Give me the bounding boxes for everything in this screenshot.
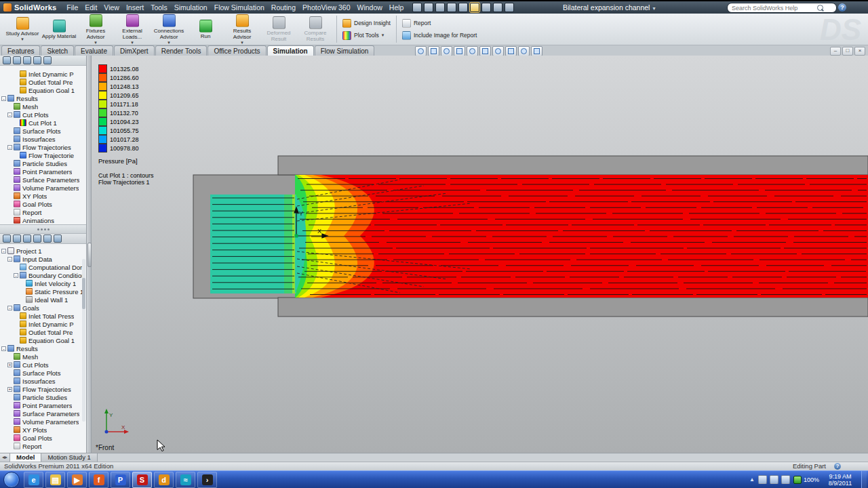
taskbar-clock[interactable]: 9:19 AM 8/9/2011 [823, 473, 858, 487]
section-view-icon[interactable] [454, 46, 465, 56]
photoview-taskbar-button[interactable]: P [111, 472, 130, 488]
file-properties-icon[interactable] [493, 3, 502, 12]
tree-expander[interactable]: + [7, 363, 12, 367]
analysis-tree-item-goals[interactable]: -Goals [0, 304, 86, 312]
zoom-fit-icon[interactable] [415, 46, 427, 56]
include-image-for-report-button[interactable]: Include Image for Report [402, 31, 477, 40]
tab-sketch[interactable]: Sketch [41, 45, 74, 56]
edit-appearance-icon[interactable] [505, 46, 517, 56]
analysis-tree-item-results[interactable]: -Results [0, 344, 86, 352]
study-tree-item-report[interactable]: Report [0, 208, 86, 216]
hide-show-items-icon[interactable] [492, 46, 504, 56]
study-tree-item-flow-trajectorie[interactable]: Flow Trajectorie [0, 151, 86, 159]
tab-evaluate[interactable]: Evaluate [75, 45, 113, 56]
windows-explorer-taskbar-button[interactable]: ▤ [45, 472, 65, 488]
results-advisor-button[interactable]: Results Advisor▾ [224, 13, 260, 46]
show-hidden-icons-icon[interactable] [758, 475, 767, 484]
menu-edit[interactable]: Edit [81, 1, 100, 14]
tree-expander[interactable]: - [1, 96, 6, 101]
show-plots-icon[interactable] [23, 56, 31, 64]
doc-tab-model[interactable]: Model [10, 453, 41, 462]
solidworks-taskbar-button[interactable]: S [132, 472, 152, 488]
external-loads-button[interactable]: External Loads...▾ [114, 13, 151, 46]
study-tree-item-equation-goal-1[interactable]: Equation Goal 1 [0, 86, 86, 94]
tree-expander[interactable]: - [1, 346, 6, 351]
select-arrow-icon[interactable] [470, 3, 479, 12]
tab-flow-simulation[interactable]: Flow Simulation [315, 45, 375, 56]
analysis-tree-item-outlet-total-pre[interactable]: Outlet Total Pre [0, 328, 86, 336]
analysis-tree-item-xy-plots[interactable]: XY Plots [0, 426, 86, 434]
study-tree-item-surface-plots[interactable]: Surface Plots [0, 127, 86, 135]
report-button[interactable]: Report [402, 19, 477, 28]
analysis-tree-item-project-1[interactable]: -Project 1 [0, 247, 86, 255]
run-button[interactable]: Run [187, 18, 224, 41]
analysis-tree-item-point-parameters[interactable]: Point Parameters [0, 401, 86, 409]
fixtures-advisor-button[interactable]: Fixtures Advisor▾ [77, 13, 114, 46]
analysis-tree-item-ideal-wall-1[interactable]: Ideal Wall 1 [0, 296, 86, 304]
study-tree-item-mesh[interactable]: Mesh [0, 102, 86, 110]
study-tree-item-cut-plot-1[interactable]: Cut Plot 1 [0, 119, 86, 127]
new-doc-icon[interactable] [412, 3, 422, 12]
display-style-icon[interactable] [479, 46, 491, 56]
doc-tab-motion-study-1[interactable]: Motion Study 1 [41, 453, 97, 462]
menu-simulation[interactable]: Simulation [171, 1, 211, 14]
analysis-tree-item-surface-parameters[interactable]: Surface Parameters [0, 409, 86, 418]
tab-render-tools[interactable]: Render Tools [155, 45, 208, 56]
menu-help[interactable]: Help [386, 1, 408, 14]
volume-icon[interactable] [781, 475, 790, 484]
analysis-tree-item-inlet-total-press[interactable]: Inlet Total Press [0, 312, 86, 320]
filter-goals-icon[interactable] [13, 56, 21, 64]
tree-scrollbar[interactable] [82, 259, 85, 422]
analysis-tree-item-inlet-dynamic-p[interactable]: Inlet Dynamic P [0, 320, 86, 328]
menu-routing[interactable]: Routing [268, 1, 299, 14]
help-search-box[interactable] [727, 3, 837, 13]
analysis-tree-item-inlet-velocity-1[interactable]: Inlet Velocity 1 [0, 279, 86, 287]
apply-scene-icon[interactable] [518, 46, 530, 56]
menu-tools[interactable]: Tools [147, 1, 171, 14]
analysis-tree-item-volume-parameters[interactable]: Volume Parameters [0, 418, 86, 426]
close-button[interactable]: × [854, 47, 865, 56]
plot-settings-icon[interactable] [33, 235, 41, 243]
undo-icon[interactable] [458, 3, 468, 12]
study-tree-item-xy-plots[interactable]: XY Plots [0, 192, 86, 200]
plot-tools-button[interactable]: Plot Tools▾ [342, 31, 391, 40]
tree-splitter[interactable] [0, 224, 86, 234]
graphics-viewport[interactable]: Y X Y X *Front 101325.08101286.60101248.… [92, 56, 868, 453]
study-tree-item-flow-trajectories[interactable]: -Flow Trajectories [0, 143, 86, 151]
analysis-tree-item-boundary-condition[interactable]: -Boundary Condition [0, 271, 86, 279]
connections-advisor-button[interactable]: Connections Advisor▾ [151, 13, 187, 46]
analysis-tree-item-isosurfaces[interactable]: Isosurfaces [0, 377, 86, 385]
analysis-tree-item-input-data[interactable]: -Input Data [0, 255, 86, 263]
tree-expander[interactable]: - [1, 249, 6, 253]
analysis-tree-item-equation-goal-1[interactable]: Equation Goal 1 [0, 336, 86, 344]
network-icon[interactable] [770, 475, 778, 484]
show-hidden-icons-button[interactable]: ▲ [749, 476, 755, 483]
study-tree-item-outlet-total-pre[interactable]: Outlet Total Pre [0, 78, 86, 86]
analysis-tree-item-flow-trajectories[interactable]: +Flow Trajectories [0, 385, 86, 393]
menu-window[interactable]: Window [354, 1, 386, 14]
tree-expander[interactable]: - [7, 113, 12, 117]
menu-file[interactable]: File [63, 1, 81, 14]
start-button[interactable] [3, 472, 20, 488]
show-desktop-button[interactable] [861, 471, 867, 488]
scrollbar-thumb[interactable] [82, 278, 85, 309]
tree-expander[interactable]: - [7, 306, 12, 310]
analysis-tree-item-cut-plots[interactable]: +Cut Plots [0, 361, 86, 369]
print-icon[interactable] [447, 3, 456, 12]
tree-expander[interactable]: - [7, 145, 12, 150]
analysis-tree-item-surface-plots[interactable]: Surface Plots [0, 369, 86, 377]
search-icon[interactable] [817, 5, 823, 11]
menu-flow-simulation[interactable]: Flow Simulation [211, 1, 268, 14]
study-advisor-button[interactable]: Study Advisor▾ [4, 16, 41, 43]
analysis-tree-item-computational-dom[interactable]: Computational Dom [0, 263, 86, 271]
media-player-taskbar-button[interactable]: ▶ [67, 472, 87, 488]
edrawings-taskbar-button[interactable]: d [154, 472, 174, 488]
study-tree-item-point-parameters[interactable]: Point Parameters [0, 167, 86, 176]
command-prompt-taskbar-button[interactable]: › [197, 472, 217, 488]
analysis-tree-item-static-pressure-1[interactable]: Static Pressure 1 [0, 287, 86, 296]
study-tree-item-animations[interactable]: Animations [0, 216, 86, 224]
tab-simulation[interactable]: Simulation [267, 45, 314, 56]
menu-photoview-360[interactable]: PhotoView 360 [299, 1, 353, 14]
refresh-icon[interactable] [54, 235, 62, 243]
plot-settings-icon[interactable] [33, 56, 41, 64]
